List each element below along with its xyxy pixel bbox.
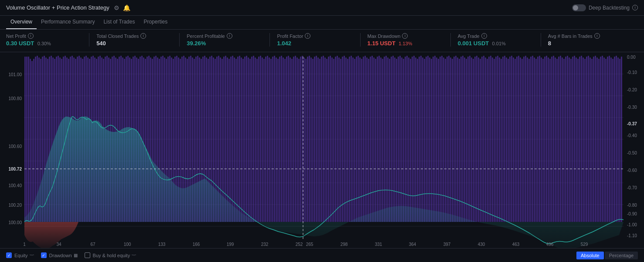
alert-icon[interactable]: 🔔 bbox=[123, 4, 130, 11]
avg-trade-info-icon[interactable]: i bbox=[481, 33, 487, 39]
deep-backtesting-toggle[interactable] bbox=[572, 4, 586, 11]
svg-rect-297 bbox=[528, 59, 530, 222]
tab-performance-summary[interactable]: Performance Summary bbox=[37, 19, 99, 29]
metric-profit-factor-value: 1.042 bbox=[277, 40, 355, 47]
svg-rect-254 bbox=[453, 57, 455, 222]
toggle-knob bbox=[573, 5, 578, 10]
svg-rect-312 bbox=[555, 57, 556, 222]
svg-rect-135 bbox=[246, 56, 247, 222]
svg-rect-9 bbox=[26, 57, 27, 222]
metric-percent-profitable-value: 39.26% bbox=[187, 40, 265, 47]
svg-rect-310 bbox=[551, 57, 552, 222]
svg-rect-179 bbox=[323, 56, 324, 222]
net-profit-info-icon[interactable]: i bbox=[28, 33, 34, 39]
svg-rect-164 bbox=[296, 57, 298, 222]
percentage-view-button[interactable]: Percentage bbox=[605, 252, 638, 259]
svg-rect-218 bbox=[391, 57, 392, 222]
equity-checkbox[interactable] bbox=[6, 252, 12, 258]
svg-text:-0.20: -0.20 bbox=[627, 87, 637, 92]
avg-bars-info-icon[interactable]: i bbox=[594, 33, 600, 39]
svg-rect-211 bbox=[378, 56, 380, 222]
buy-hold-legend-icon: 〰 bbox=[132, 253, 136, 258]
svg-rect-308 bbox=[548, 57, 549, 222]
svg-rect-299 bbox=[532, 56, 533, 222]
svg-rect-216 bbox=[387, 57, 388, 222]
svg-rect-149 bbox=[270, 59, 272, 222]
svg-rect-350 bbox=[621, 57, 622, 222]
svg-rect-278 bbox=[495, 57, 497, 222]
max-drawdown-info-icon[interactable]: i bbox=[402, 33, 408, 39]
buy-hold-checkbox[interactable] bbox=[85, 252, 90, 258]
buy-hold-legend-item[interactable]: Buy & hold equity 〰 bbox=[85, 252, 136, 258]
svg-rect-234 bbox=[419, 57, 420, 222]
svg-rect-295 bbox=[525, 56, 526, 222]
metric-total-closed-trades-value: 540 bbox=[96, 40, 175, 47]
svg-text:364: 364 bbox=[409, 242, 416, 247]
svg-rect-266 bbox=[474, 57, 476, 222]
tab-overview[interactable]: Overview bbox=[6, 19, 37, 29]
svg-rect-225 bbox=[403, 59, 404, 222]
svg-rect-219 bbox=[392, 56, 394, 222]
svg-rect-252 bbox=[450, 57, 451, 222]
svg-rect-184 bbox=[331, 57, 333, 222]
svg-rect-190 bbox=[342, 57, 343, 222]
svg-rect-155 bbox=[281, 56, 282, 222]
metric-percent-profitable-label: Percent Profitable i bbox=[187, 33, 265, 39]
svg-rect-347 bbox=[616, 56, 617, 222]
svg-rect-203 bbox=[365, 56, 366, 222]
svg-rect-291 bbox=[518, 56, 519, 222]
svg-rect-198 bbox=[356, 57, 357, 222]
drawdown-legend-item[interactable]: Drawdown ▦ bbox=[41, 252, 78, 258]
svg-rect-238 bbox=[426, 57, 427, 222]
svg-rect-228 bbox=[408, 57, 409, 222]
svg-rect-268 bbox=[478, 57, 479, 222]
profit-factor-info-icon[interactable]: i bbox=[305, 33, 310, 39]
svg-rect-133 bbox=[242, 59, 244, 222]
absolute-view-button[interactable]: Absolute bbox=[576, 252, 604, 259]
metric-avg-trade: Avg Trade i 0.001 USDT 0.01% bbox=[458, 33, 541, 47]
chart-legend: Equity 〰 Drawdown ▦ Buy & hold equity 〰 bbox=[6, 252, 136, 258]
svg-rect-171 bbox=[309, 56, 310, 222]
drawdown-checkbox[interactable] bbox=[41, 252, 47, 258]
svg-rect-333 bbox=[591, 59, 593, 222]
svg-rect-173 bbox=[312, 59, 313, 222]
svg-rect-214 bbox=[384, 57, 385, 222]
svg-rect-208 bbox=[373, 57, 375, 222]
svg-rect-202 bbox=[363, 57, 364, 222]
drawdown-legend-label: Drawdown ▦ bbox=[49, 253, 78, 258]
svg-rect-264 bbox=[471, 57, 472, 222]
equity-legend-item[interactable]: Equity 〰 bbox=[6, 252, 34, 258]
percent-profitable-info-icon[interactable]: i bbox=[227, 33, 232, 39]
svg-rect-257 bbox=[459, 59, 460, 222]
svg-rect-340 bbox=[603, 57, 605, 222]
svg-rect-237 bbox=[424, 59, 425, 222]
view-buttons-group: Absolute Percentage bbox=[576, 252, 638, 259]
svg-rect-247 bbox=[441, 56, 443, 222]
strategy-title: Volume Oscillator + Price Action Strateg… bbox=[6, 4, 109, 11]
metric-profit-factor: Profit Factor i 1.042 bbox=[277, 33, 360, 47]
tab-properties[interactable]: Properties bbox=[139, 19, 172, 29]
svg-text:100.72: 100.72 bbox=[8, 167, 22, 171]
svg-rect-263 bbox=[469, 56, 470, 222]
main-chart[interactable]: /* bars generated below via paths */ bbox=[0, 52, 644, 248]
svg-rect-132 bbox=[241, 57, 242, 222]
svg-rect-283 bbox=[504, 56, 505, 222]
svg-rect-224 bbox=[401, 57, 402, 222]
metric-net-profit-value: 0.30 USDT 0.30% bbox=[6, 40, 85, 47]
svg-rect-207 bbox=[371, 56, 373, 222]
tab-list-of-trades[interactable]: List of Trades bbox=[99, 19, 139, 29]
svg-rect-317 bbox=[563, 59, 565, 222]
total-closed-trades-info-icon[interactable]: i bbox=[140, 33, 146, 39]
svg-rect-124 bbox=[227, 57, 228, 222]
svg-text:100.60: 100.60 bbox=[8, 144, 22, 149]
settings-icon[interactable]: ⚙ bbox=[114, 4, 119, 11]
svg-rect-309 bbox=[549, 59, 551, 222]
svg-rect-147 bbox=[267, 56, 268, 222]
svg-rect-197 bbox=[354, 59, 355, 222]
svg-rect-323 bbox=[574, 56, 575, 222]
deep-backtesting-info-icon[interactable]: i bbox=[632, 5, 638, 10]
svg-rect-242 bbox=[433, 57, 434, 222]
svg-rect-170 bbox=[307, 57, 308, 222]
svg-rect-293 bbox=[521, 59, 523, 222]
svg-rect-143 bbox=[260, 56, 261, 222]
